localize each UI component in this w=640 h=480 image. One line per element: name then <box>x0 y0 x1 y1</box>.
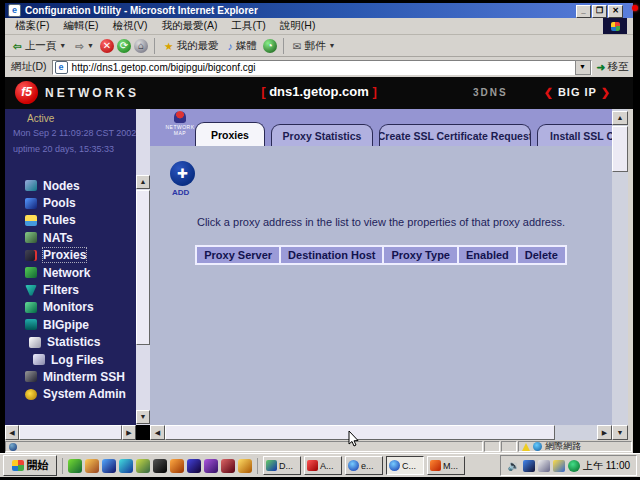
scrollbar-thumb[interactable] <box>19 425 122 440</box>
sidebar-item-monitors[interactable]: Monitors <box>25 299 135 316</box>
quick-launch-icon[interactable] <box>136 459 150 473</box>
status-panel <box>501 441 517 452</box>
sidebar-item-pools[interactable]: Pools <box>25 194 135 211</box>
tray-icon[interactable] <box>553 460 565 472</box>
volume-icon[interactable]: 🔉 <box>507 460 519 472</box>
network-icon <box>25 267 37 278</box>
tab-proxies[interactable]: Proxies <box>195 122 265 146</box>
quick-launch-icon[interactable] <box>153 459 167 473</box>
tab-install-ssl-certificate[interactable]: Install SSL Certif <box>537 124 612 146</box>
go-button[interactable]: ➜ 移至 <box>597 60 629 74</box>
filters-icon <box>25 285 37 296</box>
sidebar-item-mindterm-ssh[interactable]: Mindterm SSH <box>25 368 135 385</box>
scrollbar-thumb[interactable] <box>165 425 555 440</box>
scroll-up-icon[interactable]: ▲ <box>136 175 150 189</box>
scrollbar-thumb[interactable] <box>136 190 150 345</box>
scroll-down-icon[interactable]: ▼ <box>612 425 628 440</box>
menu-edit[interactable]: 編輯(E) <box>57 18 104 34</box>
scroll-left-icon[interactable]: ◀ <box>5 425 19 440</box>
menu-file[interactable]: 檔案(F) <box>9 18 55 34</box>
add-button[interactable]: ✚ <box>170 161 195 186</box>
column-header-proxy-server[interactable]: Proxy Server <box>195 245 281 265</box>
browser-toolbar: ⇦ 上一頁 ▼ ⇨ ▼ ✕ ⟳ ⌂ ★ 我的最愛 ♪ 媒體 ◔ ✉ 郵件 ▼ <box>5 35 633 57</box>
menu-favorites[interactable]: 我的最愛(A) <box>155 18 223 34</box>
tab-create-ssl-certificate-request[interactable]: Create SSL Certificate Request <box>379 124 531 146</box>
nodes-icon <box>25 180 37 191</box>
scroll-down-icon[interactable]: ▼ <box>136 410 150 424</box>
sidebar-item-network[interactable]: Network <box>25 264 135 281</box>
pools-icon <box>25 198 37 209</box>
url-input[interactable]: e http://dns1.getop.com/bigipgui/bigconf… <box>52 60 592 75</box>
network-map-button[interactable]: NETWORK MAP <box>160 111 200 136</box>
sidebar-item-filters[interactable]: Filters <box>25 281 135 298</box>
taskbar-window-button[interactable]: A... <box>304 456 342 475</box>
main-horizontal-scrollbar[interactable]: ◀ ▶ <box>150 425 612 440</box>
scroll-right-icon[interactable]: ▶ <box>597 425 612 440</box>
sidebar-item-nats[interactable]: NATs <box>25 229 135 246</box>
column-header-destination-host[interactable]: Destination Host <box>279 245 384 265</box>
app-icon <box>307 460 318 471</box>
quick-launch-icon[interactable] <box>170 459 184 473</box>
maximize-button[interactable]: ❐ <box>592 5 607 18</box>
scroll-left-icon[interactable]: ◀ <box>150 425 165 440</box>
menu-help[interactable]: 說明(H) <box>274 18 322 34</box>
menu-view[interactable]: 檢視(V) <box>106 18 153 34</box>
display-settings-icon[interactable] <box>538 460 550 472</box>
back-button[interactable]: ⇦ 上一頁 ▼ <box>10 38 69 54</box>
home-button[interactable]: ⌂ <box>134 39 148 53</box>
column-header-enabled[interactable]: Enabled <box>457 245 518 265</box>
sidebar-item-nodes[interactable]: Nodes <box>25 177 135 194</box>
column-header-delete[interactable]: Delete <box>516 245 567 265</box>
mail-dropdown-icon[interactable]: ▼ <box>328 42 335 49</box>
tab-proxy-statistics[interactable]: Proxy Statistics <box>271 124 373 146</box>
taskbar-window-button-active[interactable]: C... <box>386 456 424 475</box>
sidebar-item-statistics[interactable]: Statistics <box>25 334 135 351</box>
sidebar-item-log-files[interactable]: Log Files <box>25 351 135 368</box>
sidebar-item-bigpipe[interactable]: BIGpipe <box>25 316 135 333</box>
scroll-up-icon[interactable]: ▲ <box>612 111 628 125</box>
main-vertical-scrollbar[interactable]: ▲ <box>612 109 628 425</box>
history-button[interactable]: ◔ <box>263 39 277 53</box>
media-button[interactable]: ♪ 媒體 <box>224 38 259 54</box>
menu-tools[interactable]: 工具(T) <box>225 18 271 34</box>
window-title: Configuration Utility - Microsoft Intern… <box>25 5 258 16</box>
start-button[interactable]: 開始 <box>3 455 57 476</box>
sidebar-item-rules[interactable]: Rules <box>25 212 135 229</box>
minimize-button[interactable]: _ <box>576 5 591 18</box>
forward-button[interactable]: ⇨ ▼ <box>72 39 97 53</box>
quick-launch-icon[interactable] <box>221 459 235 473</box>
url-dropdown-icon[interactable]: ▼ <box>575 60 591 75</box>
quick-launch-icon[interactable] <box>68 459 82 473</box>
address-label: 網址(D) <box>11 60 47 74</box>
sidebar-horizontal-scrollbar[interactable]: ◀ ▶ <box>5 425 136 440</box>
close-button[interactable]: ✕ <box>608 5 623 18</box>
taskbar-window-button[interactable]: D... <box>263 456 301 475</box>
url-text: http://dns1.getop.com/bigipgui/bigconf.c… <box>72 62 256 73</box>
tray-icon[interactable] <box>523 460 535 472</box>
scroll-right-icon[interactable]: ▶ <box>122 425 136 440</box>
tray-icon[interactable] <box>568 460 580 472</box>
go-label: 移至 <box>607 60 628 74</box>
taskbar-divider <box>62 458 63 474</box>
quick-launch-icon[interactable] <box>119 459 133 473</box>
go-arrow-icon: ➜ <box>597 61 606 73</box>
forward-dropdown-icon[interactable]: ▼ <box>87 42 94 49</box>
quick-launch-icon[interactable] <box>204 459 218 473</box>
taskbar-window-button[interactable]: e... <box>345 456 383 475</box>
sidebar-item-proxies[interactable]: Proxies <box>25 247 135 264</box>
quick-launch-icon[interactable] <box>238 459 252 473</box>
mail-button[interactable]: ✉ 郵件 ▼ <box>290 38 339 54</box>
scrollbar-thumb[interactable] <box>612 126 628 172</box>
refresh-button[interactable]: ⟳ <box>117 39 131 53</box>
quick-launch-icon[interactable] <box>85 459 99 473</box>
sidebar-vertical-scrollbar[interactable]: ▲ ▼ <box>136 109 150 425</box>
quick-launch-icon[interactable] <box>102 459 116 473</box>
sidebar-item-system-admin[interactable]: System Admin <box>25 386 135 403</box>
favorites-button[interactable]: ★ 我的最愛 <box>161 38 221 54</box>
back-dropdown-icon[interactable]: ▼ <box>59 42 66 49</box>
quick-launch-icon[interactable] <box>187 459 201 473</box>
stop-button[interactable]: ✕ <box>100 39 114 53</box>
column-header-proxy-type[interactable]: Proxy Type <box>382 245 459 265</box>
page-status-icon <box>9 443 17 451</box>
taskbar-window-button[interactable]: M... <box>427 456 465 475</box>
